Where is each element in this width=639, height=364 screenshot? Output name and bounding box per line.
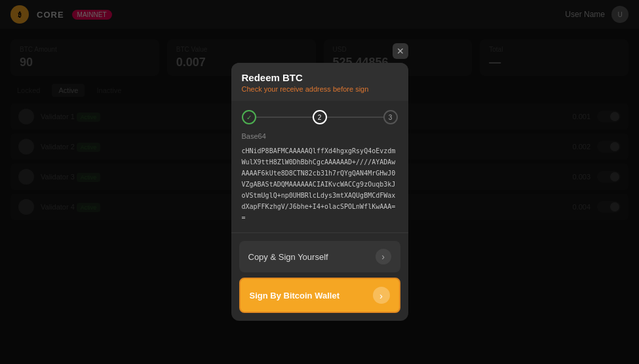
base64-section: Base64 cHNidP8BAFMCAAAAAQlffXd4hgxgRsyQ4… (231, 130, 408, 230)
sign-wallet-arrow-icon: › (373, 287, 390, 304)
copy-sign-label: Copy & Sign Yourself (248, 252, 328, 262)
modal-body: Redeem BTC Check your receive address be… (231, 63, 408, 321)
divider (231, 232, 408, 233)
modal-actions: Copy & Sign Yourself › Sign By Bitcoin W… (231, 236, 408, 321)
step-indicator: ✓ 2 3 (231, 101, 408, 130)
step-2: 2 (313, 110, 327, 124)
step-line-1 (256, 117, 313, 118)
close-icon: ✕ (397, 46, 404, 56)
copy-sign-arrow-icon: › (376, 249, 391, 264)
base64-content: cHNidP8BAFMCAAAAAQlffXd4hgxgRsyQ4oEvzdmW… (242, 145, 398, 223)
redeem-modal: ✕ Redeem BTC Check your receive address … (231, 43, 408, 321)
copy-sign-yourself-button[interactable]: Copy & Sign Yourself › (239, 241, 400, 272)
step-1: ✓ (242, 110, 256, 124)
step-3: 3 (383, 110, 398, 124)
sign-by-bitcoin-wallet-button[interactable]: Sign By Bitcoin Wallet › (239, 278, 400, 313)
modal-subtitle: Check your receive address before sign (242, 85, 398, 93)
modal-title: Redeem BTC (242, 72, 398, 83)
modal-close-area: ✕ (231, 43, 408, 59)
modal-header: Redeem BTC Check your receive address be… (231, 63, 408, 101)
close-button[interactable]: ✕ (393, 43, 408, 59)
sign-wallet-label: Sign By Bitcoin Wallet (250, 291, 339, 300)
base64-label: Base64 (242, 132, 398, 140)
step-line-2 (327, 117, 383, 118)
